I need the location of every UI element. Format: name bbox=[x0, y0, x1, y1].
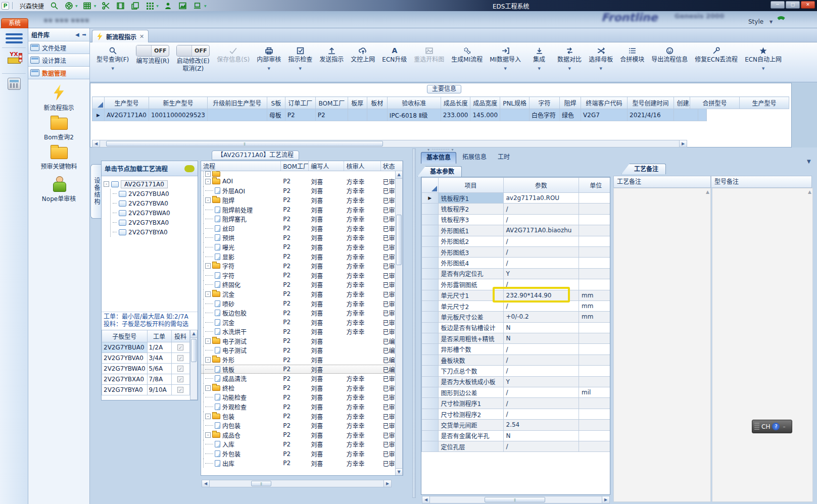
dropdown-caret-icon[interactable]: ▼ bbox=[568, 67, 570, 71]
toolbar-button-data-compare[interactable]: 数据对比▼ bbox=[554, 44, 585, 71]
toolbar-button-repair-ecn-flow[interactable]: 修复ECN丢流程 bbox=[691, 44, 741, 64]
process-row-终固化[interactable]: 终固化P2刘喜方幸幸已审核 bbox=[201, 280, 403, 290]
param-row-尺寸检测程序2[interactable]: 尺寸检测程序2/Y bbox=[422, 409, 611, 419]
param-row-外形露铜图纸[interactable]: 外形露铜图纸/Y bbox=[422, 279, 611, 290]
tree-node-2V2G7YBVA0[interactable]: 2V2G7YBVA0 bbox=[113, 198, 196, 208]
column-header-生产型号[interactable]: 生产型号 bbox=[105, 97, 149, 109]
info-tab-基本信息[interactable]: 基本信息 bbox=[421, 152, 456, 164]
param-row-下刀点总个数[interactable]: 下刀点总个数/Y bbox=[422, 366, 611, 376]
param-row-单元尺寸1[interactable]: 单元尺寸1232.90*144.90mmY bbox=[422, 290, 611, 300]
grid-icon[interactable] bbox=[145, 1, 155, 10]
process-row-字符[interactable]: -字符P2刘喜方幸幸已审核 bbox=[201, 261, 403, 271]
style-label[interactable]: Style bbox=[748, 18, 763, 25]
process-row-阻焊前处理[interactable]: 阻焊前处理P2刘喜方幸幸已审核 bbox=[201, 205, 403, 215]
factory-module-icon[interactable]: YX bbox=[4, 52, 24, 69]
column-header-子板型号[interactable]: 子板型号 bbox=[102, 330, 148, 342]
scroll-up-icon[interactable]: ▲ bbox=[190, 330, 197, 338]
scroll-thumb[interactable]: ⦀ bbox=[251, 481, 271, 486]
toolbar-button-mi-data-import[interactable]: MI数据导入▼ bbox=[486, 44, 524, 71]
column-header-升级前旧生产型号[interactable]: 升级前旧生产型号 bbox=[207, 97, 267, 109]
close-button[interactable]: ✕ bbox=[801, 1, 815, 9]
param-value[interactable]: / bbox=[503, 366, 579, 376]
toggle-off-switch[interactable]: OFF bbox=[136, 45, 169, 57]
dropdown-caret-icon[interactable]: ▼ bbox=[538, 67, 540, 71]
tree-collapse-icon[interactable]: - bbox=[205, 179, 211, 184]
column-header-验收标准[interactable]: 验收标准 bbox=[387, 97, 441, 109]
process-row-终检[interactable]: -终检P2刘喜方幸幸已审核 bbox=[201, 383, 403, 393]
process-row-内包装[interactable]: 内包装P2刘喜方幸幸已审核 bbox=[201, 421, 403, 430]
param-hscrollbar[interactable]: ◀ ⦀ ▶ bbox=[422, 496, 610, 503]
column-header-订单工厂[interactable]: 订单工厂 bbox=[285, 97, 315, 109]
grid-corner-cell[interactable] bbox=[422, 178, 439, 193]
subboard-row[interactable]: 2V2G7YBYA09/10A✓ bbox=[102, 385, 190, 395]
process-row-阻焊塞孔[interactable]: 阻焊塞孔P2刘喜方幸幸已审核 bbox=[201, 214, 403, 224]
column-header-合拼型号[interactable]: 合拼型号 bbox=[690, 97, 740, 109]
checkbox-checked-icon[interactable]: ✓ bbox=[177, 355, 183, 361]
person-icon[interactable] bbox=[163, 1, 173, 10]
column-header-参数[interactable]: 参数 bbox=[503, 178, 579, 193]
dropdown-caret-icon[interactable]: ▼ bbox=[204, 4, 207, 8]
param-value[interactable]: / bbox=[503, 246, 579, 257]
info-tab-拓展信息[interactable]: 拓展信息 bbox=[457, 152, 492, 164]
scissors-icon[interactable] bbox=[101, 1, 111, 10]
laptop-icon[interactable] bbox=[193, 1, 203, 10]
column-header-阻焊[interactable]: 阻焊 bbox=[560, 97, 581, 109]
param-value[interactable]: / bbox=[503, 204, 579, 214]
toggle-knob[interactable] bbox=[177, 45, 192, 56]
param-value[interactable]: 232.90*144.90 bbox=[503, 290, 579, 300]
tree-node-2V2G7YBWA0[interactable]: 2V2G7YBWA0 bbox=[113, 208, 196, 218]
minimize-langbar-icon[interactable]: – bbox=[783, 424, 785, 429]
param-row-是否为大板铣成小板[interactable]: 是否为大板铣成小板YY bbox=[422, 376, 611, 387]
scroll-left-icon[interactable]: ◀ bbox=[92, 140, 100, 147]
column-header-项目[interactable]: 项目 bbox=[438, 178, 503, 193]
param-row-尺寸检测程序1[interactable]: 尺寸检测程序1/Y bbox=[422, 398, 611, 409]
param-row-单元尺寸2[interactable]: 单元尺寸2/mmY bbox=[422, 300, 611, 311]
phone-icon[interactable] bbox=[776, 13, 787, 26]
toolbar-button-ecn-upgrade[interactable]: AECN升级 bbox=[378, 44, 410, 64]
param-value[interactable]: av2g7171a0.ROU bbox=[503, 193, 579, 204]
dropdown-caret-icon[interactable]: ▼ bbox=[156, 4, 159, 8]
subboard-row[interactable]: 2V2G7YBWA05/6A✓ bbox=[102, 364, 190, 374]
tree-node-2V2G7YBYA0[interactable]: 2V2G7YBYA0 bbox=[113, 227, 196, 237]
toolbar-button-doc-control-upload[interactable]: 文控上网 bbox=[347, 44, 378, 64]
param-value[interactable]: / bbox=[503, 387, 579, 398]
sidebar-group-数据管理[interactable]: 数据管理 bbox=[28, 67, 89, 79]
param-row-叠板块数[interactable]: 叠板块数/Y bbox=[422, 355, 611, 365]
param-row-外形图纸2[interactable]: 外形图纸2/Y bbox=[422, 236, 611, 246]
param-row-单元板尺寸公差[interactable]: 单元板尺寸公差+0/-0.2mmY bbox=[422, 312, 611, 322]
param-value[interactable]: / bbox=[503, 279, 579, 290]
basic-params-subtab[interactable]: 基本参数 bbox=[417, 166, 462, 177]
param-value[interactable]: Y bbox=[503, 376, 579, 387]
param-value[interactable]: / bbox=[503, 214, 579, 225]
process-row-电子测试[interactable]: -电子测试P2刘喜已编写 bbox=[201, 336, 403, 346]
process-vscrollbar[interactable]: ▲ ▼ bbox=[395, 171, 403, 476]
column-header-单位[interactable]: 单位 bbox=[579, 178, 610, 193]
column-header-核审人[interactable]: 核审人 bbox=[344, 161, 380, 171]
scroll-left-icon[interactable]: ◀ bbox=[422, 496, 430, 503]
tree-collapse-icon[interactable]: - bbox=[104, 181, 109, 187]
tree-node-2V2G7YBXA0[interactable]: 2V2G7YBXA0 bbox=[113, 218, 196, 227]
toolbar-button-start-modify[interactable]: OFF启动修改(E)取消(Z) bbox=[173, 44, 213, 73]
param-row-是否有金属化半孔[interactable]: 是否有金属化半孔NY bbox=[422, 430, 611, 441]
process-row-曝光[interactable]: 曝光P2刘喜方幸幸已审核 bbox=[201, 242, 403, 252]
system-menu-button[interactable]: 系统 bbox=[1, 18, 28, 29]
process-remark-area[interactable]: ▲ bbox=[613, 188, 711, 502]
column-header-生产型号[interactable]: 生产型号 bbox=[740, 97, 789, 109]
toolbar-button-write-flow[interactable]: OFF编写流程(R) bbox=[132, 44, 173, 66]
subboard-row[interactable]: 2V2G7YBXA07/8A✓ bbox=[102, 374, 190, 385]
process-row-喷砂[interactable]: 喷砂P2刘喜方幸幸已审核 bbox=[201, 299, 403, 309]
toolbar-button-send-instruction[interactable]: 发送指示 bbox=[316, 44, 347, 64]
process-row-电子测试[interactable]: 电子测试P2刘喜已编写 bbox=[201, 346, 403, 356]
toolbar-button-select-motherboard[interactable]: 选择母板▼ bbox=[585, 44, 616, 71]
param-value[interactable]: / bbox=[503, 409, 579, 419]
tree-node-root[interactable]: -AV2G7171A0 bbox=[104, 179, 196, 189]
process-row-水洗烘干[interactable]: 水洗烘干P2刘喜方幸幸已审核 bbox=[201, 327, 403, 337]
dropdown-caret-icon[interactable]: ▼ bbox=[299, 67, 302, 71]
process-row-成品清洗[interactable]: 成品清洗P2刘喜方幸幸已审核 bbox=[201, 374, 403, 383]
model-data-row[interactable]: ▶AV2G7171A010011000029523母板P2P2IPC-6018 … bbox=[92, 109, 707, 121]
scroll-thumb[interactable] bbox=[396, 215, 402, 265]
tree-collapse-icon[interactable]: - bbox=[205, 385, 211, 391]
scroll-thumb[interactable]: ⦀ bbox=[485, 497, 545, 502]
toolbar-button-ecn-auto-upload[interactable]: ECN自动上网▼ bbox=[741, 44, 785, 71]
toolbar-button-generate-mi-flow[interactable]: 生成MI流程 bbox=[448, 44, 486, 64]
